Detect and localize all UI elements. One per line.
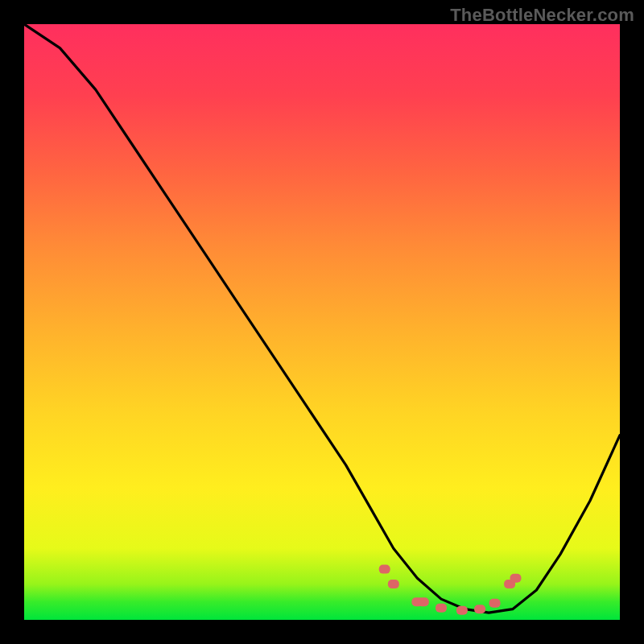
marker-point xyxy=(456,606,468,615)
watermark-text: TheBottleNecker.com xyxy=(450,5,634,26)
marker-point xyxy=(379,565,390,574)
marker-point xyxy=(510,574,522,583)
marker-cluster xyxy=(379,565,522,615)
bottleneck-curve xyxy=(24,24,620,613)
plot-area xyxy=(24,24,620,620)
chart-container: TheBottleNecker.com xyxy=(0,0,644,644)
plot-frame xyxy=(24,24,620,620)
marker-point xyxy=(489,599,501,608)
marker-point xyxy=(436,604,447,613)
plot-svg xyxy=(24,24,620,620)
marker-point xyxy=(388,580,399,588)
curve-layer xyxy=(24,24,620,613)
marker-point xyxy=(418,597,429,606)
marker-point xyxy=(474,605,485,613)
